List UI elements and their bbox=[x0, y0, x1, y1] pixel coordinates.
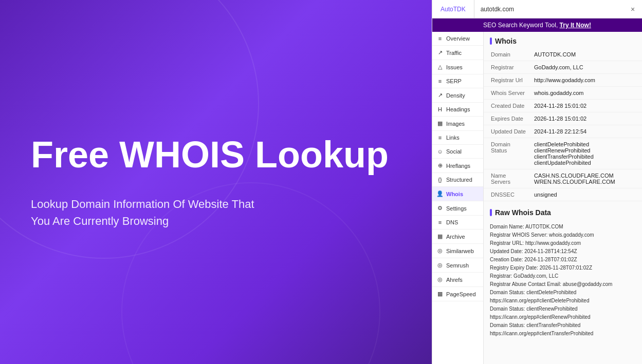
whois-row-status: Domain Status clientDeleteProhibited cli… bbox=[484, 138, 642, 169]
images-icon: ▦ bbox=[436, 120, 444, 127]
semrush-icon: ◎ bbox=[436, 262, 444, 269]
whois-value-expires: 2026-11-28 15:01:02 bbox=[530, 112, 642, 125]
density-icon: ↗ bbox=[436, 92, 444, 99]
sidebar-label-headings: Headings bbox=[446, 106, 470, 112]
sidebar-item-social[interactable]: ☺ Social bbox=[432, 145, 483, 159]
traffic-icon: ↗ bbox=[436, 49, 444, 56]
whois-label-whois-server: Whois Server bbox=[484, 87, 530, 100]
whois-row-registrar: Registrar GoDaddy.com, LLC bbox=[484, 61, 642, 74]
sidebar-label-traffic: Traffic bbox=[446, 50, 462, 56]
close-icon[interactable]: × bbox=[623, 0, 642, 18]
sidebar-label-pagespeed: PageSpeed bbox=[446, 291, 476, 297]
sidebar-label-similarweb: Similarweb bbox=[446, 248, 474, 254]
whois-value-whois-server: whois.godaddy.com bbox=[530, 87, 642, 100]
whois-row-registrar-url: Registrar Url http://www.godaddy.com bbox=[484, 74, 642, 87]
settings-icon: ⚙ bbox=[436, 205, 444, 212]
serp-icon: ≡ bbox=[436, 78, 444, 84]
sidebar-item-links[interactable]: ≡ Links bbox=[432, 131, 483, 145]
sidebar-item-hreflangs[interactable]: ⊕ Hreflangs bbox=[432, 159, 483, 173]
hreflangs-icon: ⊕ bbox=[436, 162, 444, 169]
structured-icon: {} bbox=[436, 177, 444, 183]
whois-icon: 👤 bbox=[436, 190, 444, 197]
main-content: Whois Domain AUTOTDK.COM Registrar GoDad… bbox=[484, 32, 642, 364]
whois-label-expires: Expires Date bbox=[484, 112, 530, 125]
hero-subtitle-line2: You Are Currently Browsing bbox=[31, 215, 169, 227]
whois-label-domain: Domain bbox=[484, 48, 530, 61]
whois-label-nameservers: Name Servers bbox=[484, 169, 530, 188]
raw-whois-content: Domain Name: AUTOTDK.COM Registrar WHOIS… bbox=[484, 220, 642, 341]
similarweb-icon: ◎ bbox=[436, 247, 444, 254]
hero-subtitle: Lookup Domain Information Of Website Tha… bbox=[31, 196, 360, 229]
whois-value-created: 2024-11-28 15:01:02 bbox=[530, 100, 642, 112]
seo-bar: SEO Search Keyword Tool, Try It Now! bbox=[432, 18, 642, 32]
seo-bar-text: SEO Search Keyword Tool, bbox=[483, 22, 560, 29]
whois-value-registrar: GoDaddy.com, LLC bbox=[530, 61, 642, 74]
whois-label-status: Domain Status bbox=[484, 138, 530, 169]
sidebar-label-ahrefs: Ahrefs bbox=[446, 277, 463, 283]
sidebar-item-overview[interactable]: ≡ Overview bbox=[432, 32, 483, 46]
whois-row-dnssec: DNSSEC unsigned bbox=[484, 188, 642, 201]
overview-icon: ≡ bbox=[436, 35, 444, 42]
whois-row-updated: Updated Date 2024-11-28 22:12:54 bbox=[484, 125, 642, 138]
whois-value-registrar-url: http://www.godaddy.com bbox=[530, 74, 642, 87]
sidebar-label-whois: Whois bbox=[446, 191, 463, 197]
whois-value-domain: AUTOTDK.COM bbox=[530, 48, 642, 61]
whois-section-title: Whois bbox=[484, 32, 642, 48]
right-panel: AutoTDK autotdk.com × SEO Search Keyword… bbox=[432, 0, 642, 364]
hero-section: Free WHOIS Lookup Lookup Domain Informat… bbox=[0, 0, 432, 364]
raw-whois-title: Raw Whois Data bbox=[484, 203, 642, 220]
whois-row-whois-server: Whois Server whois.godaddy.com bbox=[484, 87, 642, 100]
sidebar-label-images: Images bbox=[446, 121, 465, 127]
sidebar-item-semrush[interactable]: ◎ Semrush bbox=[432, 258, 483, 273]
ahrefs-icon: ◎ bbox=[436, 276, 444, 283]
seo-bar-link[interactable]: Try It Now! bbox=[560, 22, 591, 29]
sidebar-item-archive[interactable]: ▦ Archive bbox=[432, 229, 483, 244]
sidebar-item-serp[interactable]: ≡ SERP bbox=[432, 74, 483, 88]
dns-icon: ≡ bbox=[436, 219, 444, 225]
sidebar: ≡ Overview ↗ Traffic △ Issues ≡ SERP ↗ D… bbox=[432, 32, 484, 364]
whois-label-updated: Updated Date bbox=[484, 125, 530, 138]
hero-subtitle-line1: Lookup Domain Information Of Website Tha… bbox=[31, 198, 254, 210]
sidebar-label-social: Social bbox=[446, 148, 462, 155]
whois-value-nameservers: CASH.NS.CLOUDFLARE.COM WREN.NS.CLOUDFLAR… bbox=[530, 169, 642, 188]
sidebar-label-structured: Structured bbox=[446, 177, 472, 183]
whois-label-created: Created Date bbox=[484, 100, 530, 112]
sidebar-label-links: Links bbox=[446, 135, 460, 141]
tab-domain[interactable]: autotdk.com bbox=[474, 0, 623, 18]
sidebar-item-issues[interactable]: △ Issues bbox=[432, 60, 483, 74]
hero-title: Free WHOIS Lookup bbox=[31, 135, 401, 175]
sidebar-item-ahrefs[interactable]: ◎ Ahrefs bbox=[432, 273, 483, 287]
sidebar-label-archive: Archive bbox=[446, 234, 465, 240]
whois-row-created: Created Date 2024-11-28 15:01:02 bbox=[484, 100, 642, 112]
sidebar-label-hreflangs: Hreflangs bbox=[446, 163, 470, 169]
links-icon: ≡ bbox=[436, 135, 444, 141]
sidebar-item-traffic[interactable]: ↗ Traffic bbox=[432, 46, 483, 60]
sidebar-label-serp: SERP bbox=[446, 78, 462, 84]
sidebar-label-settings: Settings bbox=[446, 205, 467, 212]
sidebar-label-density: Density bbox=[446, 92, 465, 99]
sidebar-item-structured[interactable]: {} Structured bbox=[432, 173, 483, 187]
sidebar-item-density[interactable]: ↗ Density bbox=[432, 88, 483, 103]
sidebar-item-dns[interactable]: ≡ DNS bbox=[432, 216, 483, 229]
sidebar-label-dns: DNS bbox=[446, 219, 458, 225]
sidebar-item-images[interactable]: ▦ Images bbox=[432, 117, 483, 131]
panel-body: ≡ Overview ↗ Traffic △ Issues ≡ SERP ↗ D… bbox=[432, 32, 642, 364]
pagespeed-icon: ▦ bbox=[436, 291, 444, 297]
archive-icon: ▦ bbox=[436, 233, 444, 240]
sidebar-item-similarweb[interactable]: ◎ Similarweb bbox=[432, 244, 483, 258]
whois-row-expires: Expires Date 2026-11-28 15:01:02 bbox=[484, 112, 642, 125]
sidebar-item-whois[interactable]: 👤 Whois bbox=[432, 187, 483, 201]
sidebar-item-headings[interactable]: H Headings bbox=[432, 103, 483, 117]
sidebar-item-pagespeed[interactable]: ▦ PageSpeed bbox=[432, 287, 483, 301]
whois-value-updated: 2024-11-28 22:12:54 bbox=[530, 125, 642, 138]
issues-icon: △ bbox=[436, 64, 444, 70]
whois-table: Domain AUTOTDK.COM Registrar GoDaddy.com… bbox=[484, 48, 642, 201]
tab-autotdk[interactable]: AutoTDK bbox=[432, 0, 474, 18]
whois-label-dnssec: DNSSEC bbox=[484, 188, 530, 201]
headings-icon: H bbox=[436, 106, 444, 112]
whois-label-registrar-url: Registrar Url bbox=[484, 74, 530, 87]
sidebar-label-overview: Overview bbox=[446, 35, 470, 42]
whois-value-status: clientDeleteProhibited clientRenewProhib… bbox=[530, 138, 642, 169]
whois-row-domain: Domain AUTOTDK.COM bbox=[484, 48, 642, 61]
sidebar-item-settings[interactable]: ⚙ Settings bbox=[432, 201, 483, 216]
